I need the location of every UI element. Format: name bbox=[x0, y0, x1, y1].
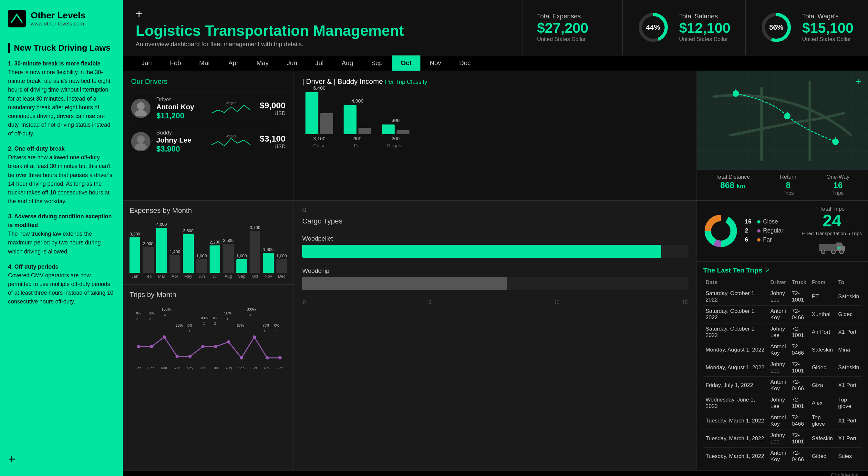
content-area: + Logistics Transportation Management An… bbox=[123, 0, 868, 476]
svg-text:-75%: -75% bbox=[175, 324, 183, 327]
col-from-h: From bbox=[809, 277, 835, 288]
svg-text:1: 1 bbox=[275, 329, 277, 333]
month-nov[interactable]: Nov bbox=[421, 56, 450, 71]
last-trips-panel: The Last Ten Trips ↗ Date Driver Truck F… bbox=[697, 261, 868, 471]
svg-text:4: 4 bbox=[164, 313, 166, 317]
expenses-title: Expenses by Month bbox=[129, 206, 287, 215]
svg-point-80 bbox=[712, 222, 730, 240]
month-sep[interactable]: Sep bbox=[362, 56, 392, 71]
close-bar-gray bbox=[320, 113, 333, 134]
bottom-bar: Confidential bbox=[123, 471, 868, 476]
drivers-panel: Our Drivers Driver Antoni Koy $11,200 bbox=[123, 71, 294, 200]
month-aug[interactable]: Aug bbox=[333, 56, 362, 71]
company-url: www.other-levels.com bbox=[31, 21, 86, 27]
svg-text:May: May bbox=[187, 366, 193, 370]
svg-text:Jul: Jul bbox=[213, 366, 218, 370]
svg-point-86 bbox=[840, 250, 843, 254]
svg-text:0%: 0% bbox=[213, 316, 218, 320]
svg-text:Dec: Dec bbox=[277, 366, 283, 370]
svg-point-55 bbox=[163, 335, 166, 339]
month-jul[interactable]: Jul bbox=[306, 56, 333, 71]
svg-point-53 bbox=[137, 345, 140, 348]
table-row: Monday, August 1, 2022 Johny Lee 72-1001… bbox=[703, 359, 862, 377]
income-close: 6,400 3,100 Close bbox=[306, 85, 333, 148]
svg-text:Wage's: Wage's bbox=[226, 101, 237, 105]
table-row: Wednesday, June 1, 2022 Johny Lee 72-100… bbox=[703, 395, 862, 412]
svg-text:2: 2 bbox=[149, 317, 151, 321]
law3-title: 3. Adverse driving condition exception i… bbox=[8, 213, 112, 228]
svg-text:300%: 300% bbox=[247, 307, 256, 311]
last-trips-header: The Last Ten Trips ↗ bbox=[703, 266, 862, 274]
header-title-block: + Logistics Transportation Management An… bbox=[123, 0, 523, 55]
left-bottom: Expenses by Month 3,200 Jan 2,000 Feb bbox=[123, 200, 294, 471]
law1-title: 1. 30-minute break is more flexible bbox=[8, 60, 100, 67]
header: + Logistics Transportation Management An… bbox=[123, 0, 868, 56]
svg-text:Feb: Feb bbox=[148, 366, 154, 370]
logo-block: Other Levels www.other-levels.com bbox=[8, 10, 115, 27]
svg-text:100%: 100% bbox=[162, 307, 171, 311]
month-may[interactable]: May bbox=[247, 56, 278, 71]
svg-text:3: 3 bbox=[226, 317, 228, 321]
app-subtitle: An overview dashboard for fleet manageme… bbox=[135, 41, 509, 48]
driver1-chart: Wage's bbox=[208, 100, 254, 116]
svg-text:-67%: -67% bbox=[236, 324, 244, 327]
svg-marker-83 bbox=[836, 242, 843, 246]
map-plus-icon[interactable]: + bbox=[855, 76, 861, 88]
sidebar-plus-icon[interactable]: + bbox=[8, 452, 115, 466]
expenses-panel: Expenses by Month 3,200 Jan 2,000 Feb bbox=[123, 201, 293, 285]
svg-point-64 bbox=[278, 356, 282, 360]
svg-text:2: 2 bbox=[214, 321, 216, 326]
income-regular: 800 200 Regular bbox=[382, 117, 409, 148]
svg-text:0%: 0% bbox=[136, 311, 141, 315]
svg-text:Aug: Aug bbox=[225, 366, 231, 370]
news-content: 1. 30-minute break is more flexible Ther… bbox=[8, 59, 115, 445]
cargo-axis: 0 5 10 15 bbox=[302, 300, 688, 305]
wages-percent: 56% bbox=[769, 23, 783, 32]
total-wages-stat: 56% Total Wage's $15,100 United States D… bbox=[746, 0, 868, 55]
map-total-distance: Total Distance 868 km bbox=[716, 174, 750, 196]
svg-point-59 bbox=[214, 345, 217, 348]
svg-point-54 bbox=[150, 345, 153, 348]
law4-text: Covered CMV operators are now permitted … bbox=[8, 272, 113, 305]
logo-icon bbox=[8, 10, 26, 27]
regular-bar-teal bbox=[382, 125, 395, 134]
svg-point-84 bbox=[821, 250, 825, 254]
wages-donut: 56% bbox=[760, 11, 793, 43]
svg-point-8 bbox=[137, 135, 145, 143]
exp-mar: 4,000 Mar bbox=[156, 222, 167, 279]
month-jun[interactable]: Jun bbox=[278, 56, 306, 71]
month-jan[interactable]: Jan bbox=[132, 56, 161, 71]
trips-line-chart: 0% 2 0% 2 100% 4 -75% 1 0% 1 100% 2 bbox=[129, 305, 287, 376]
month-mar[interactable]: Mar bbox=[190, 56, 219, 71]
income-title: | Driver & | Buddy Income Per Trip Class… bbox=[302, 77, 688, 86]
svg-text:0%: 0% bbox=[149, 311, 154, 315]
table-row: Monday, August 1, 2022 Antoni Koy 72-046… bbox=[703, 341, 862, 359]
cargo-dollar: $ bbox=[302, 206, 306, 214]
trips-summary-panel: 16 Close 2 Regular 6 Far bbox=[697, 200, 868, 261]
trips-legend: 16 Close 2 Regular 6 Far bbox=[745, 218, 796, 243]
salaries-percent: 44% bbox=[646, 23, 660, 32]
exp-sep: 1,000 Sep bbox=[237, 253, 247, 279]
salaries-value: $12,100 bbox=[679, 20, 731, 36]
expenses-value: $27,200 bbox=[537, 20, 588, 36]
month-apr[interactable]: Apr bbox=[219, 56, 247, 71]
month-feb[interactable]: Feb bbox=[161, 56, 190, 71]
hired-trips: Hired Transportation 5 Trips bbox=[802, 231, 862, 236]
expenses-label: Total Expenses bbox=[537, 12, 588, 20]
woodchip-bar bbox=[302, 277, 507, 290]
driver2-name: Johny Lee bbox=[156, 136, 202, 144]
driver2-avatar bbox=[131, 132, 151, 151]
svg-text:Nov: Nov bbox=[264, 366, 271, 370]
woodpellet-bar bbox=[302, 245, 661, 258]
exp-nov: 1,600 Nov bbox=[263, 247, 274, 279]
exp-feb: 2,000 Feb bbox=[143, 241, 153, 279]
month-oct[interactable]: Oct bbox=[392, 56, 421, 71]
table-row: Friday, July 1, 2022 Antoni Koy 72-0466 … bbox=[703, 377, 862, 395]
svg-text:2: 2 bbox=[136, 317, 138, 321]
svg-text:4: 4 bbox=[249, 313, 251, 317]
income-far: 4,000 600 Far bbox=[344, 98, 371, 148]
month-dec[interactable]: Dec bbox=[450, 56, 480, 71]
truck-icon bbox=[817, 238, 846, 254]
close-bar-teal bbox=[306, 92, 318, 134]
trips-line-panel: Trips by Month 0% 2 0% 2 100% 4 -75% 1 bbox=[123, 285, 293, 470]
